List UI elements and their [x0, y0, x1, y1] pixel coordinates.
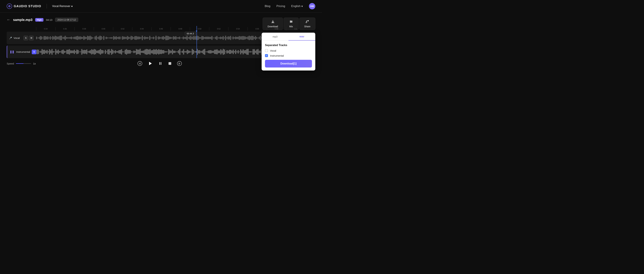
ruler-mark: 0:40: [94, 27, 113, 30]
header-divider: [46, 4, 47, 8]
main-content: ← sample.mp3 High 04:13 2024-11-08 17:12…: [0, 12, 322, 70]
vocal-track-controls: S M: [24, 36, 34, 40]
timeline-ruler: 0:340:360:380:400:420:440:460:480:500:52…: [7, 26, 315, 32]
tab-mp3[interactable]: mp3: [262, 33, 288, 40]
svg-point-2: [9, 6, 10, 7]
playhead-triangle: [196, 31, 198, 32]
instrumental-option: Instrumental: [265, 54, 312, 57]
language-label: English: [291, 4, 300, 8]
back-button[interactable]: ←: [7, 17, 10, 22]
svg-rect-12: [159, 62, 160, 65]
ruler-mark: 0:44: [132, 27, 152, 30]
vocal-checkbox[interactable]: [265, 49, 268, 52]
logo-text: GAUDIO STUDIO: [14, 4, 41, 8]
quality-badge: High: [35, 18, 44, 21]
ruler-mark: 0:42: [113, 27, 132, 30]
ruler-mark: 0:34: [36, 27, 55, 30]
vocal-track-label: 🎤 Vocal S M: [7, 32, 36, 44]
pause-icon: [158, 61, 163, 66]
vocal-s-button[interactable]: S: [24, 36, 28, 40]
speed-slider[interactable]: [16, 63, 31, 64]
ruler-mark: 0:46: [152, 27, 171, 30]
language-button[interactable]: English ▾: [291, 4, 303, 8]
ruler-mark: 0:58: [267, 27, 286, 30]
play-icon: [147, 60, 153, 66]
speed-area: Speed 1x: [7, 62, 36, 65]
download-icon: [271, 20, 275, 24]
stop-icon: [168, 61, 172, 66]
forward-10-button[interactable]: 10: [177, 61, 182, 66]
pause-button[interactable]: [158, 61, 163, 66]
vocal-m-button[interactable]: M: [29, 36, 34, 40]
ruler-mark: 0:54: [228, 27, 248, 30]
header-left: GAUDIO STUDIO Vocal Remover ▾: [7, 3, 72, 9]
date-badge: 2024-11-08 17:12: [55, 17, 78, 22]
speed-label: Speed: [7, 62, 14, 65]
share-icon: [306, 20, 309, 24]
download-panel: mp3 wav Separated Tracks Vocal Instrumen…: [262, 33, 315, 70]
file-name: sample.mp3: [13, 18, 32, 22]
vocal-option-label: Vocal: [270, 49, 276, 52]
play-button[interactable]: [147, 60, 153, 66]
logo-icon: [7, 3, 12, 9]
logo-area: GAUDIO STUDIO: [7, 3, 41, 9]
panel-body: Separated Tracks Vocal Instrumental Down…: [262, 41, 315, 70]
playback-controls: 10: [137, 60, 182, 66]
download-count-button[interactable]: Download[1]: [265, 60, 312, 67]
vocal-remover-button[interactable]: Vocal Remover ▾: [52, 5, 73, 8]
pricing-link[interactable]: Pricing: [276, 4, 285, 8]
speed-value: 1x: [33, 62, 36, 65]
instrumental-option-label: Instrumental: [270, 54, 284, 57]
rewind-10-button[interactable]: 10: [137, 61, 142, 66]
playhead-time: 00:44.3: [185, 32, 196, 35]
vocal-icon: 🎤: [9, 37, 12, 39]
ruler-mark: 0:56: [248, 27, 267, 30]
header: GAUDIO STUDIO Vocal Remover ▾ Blog Prici…: [0, 0, 322, 12]
ruler-mark: 0:50: [190, 27, 209, 30]
instrumental-track-name: Instrumental: [16, 50, 30, 53]
avatar[interactable]: HM: [309, 3, 315, 9]
header-nav: Blog Pricing English ▾ HM: [265, 3, 315, 9]
mix-icon: [289, 20, 293, 24]
blog-link[interactable]: Blog: [265, 4, 270, 8]
ruler-mark: 0:52: [209, 27, 228, 30]
svg-text:10: 10: [178, 63, 180, 64]
ruler-mark: 0:48: [170, 27, 190, 30]
svg-text:10: 10: [139, 63, 140, 64]
vocal-option: Vocal: [265, 49, 312, 52]
panel-tabs: mp3 wav: [262, 33, 315, 41]
dropdown-chevron-icon: ▾: [71, 5, 72, 8]
stop-button[interactable]: [168, 61, 172, 66]
svg-rect-13: [161, 62, 161, 65]
svg-point-6: [290, 20, 291, 21]
ruler-mark: 0:36: [55, 27, 75, 30]
instrumental-icon: ▐║▌: [10, 51, 14, 53]
ruler-mark: 1:1: [286, 27, 305, 30]
ruler-inner: 0:340:360:380:400:420:440:460:480:500:52…: [36, 27, 305, 30]
svg-marker-11: [149, 62, 152, 65]
rewind-icon: 10: [137, 61, 142, 66]
instrumental-track-label: ▐║▌ Instrumental S M: [7, 45, 36, 58]
vocal-track-name: Vocal: [14, 36, 22, 39]
separated-tracks-title: Separated Tracks: [265, 44, 312, 47]
svg-rect-14: [168, 62, 171, 65]
duration-badge: 04:13: [46, 18, 52, 21]
svg-point-7: [291, 21, 292, 22]
ruler-mark: 0:38: [74, 27, 94, 30]
instrumental-s-button[interactable]: S: [32, 49, 36, 54]
language-chevron-icon: ▾: [301, 4, 303, 8]
tab-wav[interactable]: wav: [288, 33, 315, 40]
forward-icon: 10: [177, 61, 182, 66]
svg-point-8: [290, 22, 291, 23]
vocal-remover-label: Vocal Remover: [52, 5, 70, 8]
instrumental-checkbox[interactable]: [265, 54, 268, 57]
